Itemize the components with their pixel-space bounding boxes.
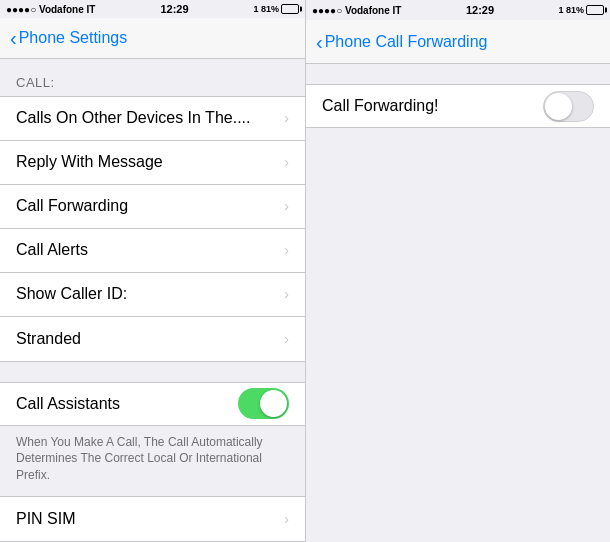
list-item-reply-message[interactable]: Reply With Message › <box>0 141 305 185</box>
chevron-right-icon-5: › <box>284 331 289 347</box>
call-forwarding-toggle-item[interactable]: Call Forwarding! <box>306 84 610 128</box>
right-signal-text: 1 81% <box>558 5 584 15</box>
settings-list: Calls On Other Devices In The.... › Repl… <box>0 96 305 362</box>
left-status-bar: ●●●●○ Vodafone IT 12:29 1 81% <box>0 0 305 18</box>
left-carrier: ●●●●○ Vodafone IT <box>6 4 95 15</box>
signal-text: 1 81% <box>253 4 279 14</box>
list-item-caller-id[interactable]: Show Caller ID: › <box>0 273 305 317</box>
call-section-header: CALL: <box>0 59 305 96</box>
call-assistant-item[interactable]: Call Assistants <box>0 382 305 426</box>
right-status-bar: ●●●●○ Vodafone IT 12:29 1 81% <box>306 0 610 20</box>
calls-other-devices-label: Calls On Other Devices In The.... <box>16 109 250 127</box>
reply-message-label: Reply With Message <box>16 153 163 171</box>
right-right-icons: 1 81% <box>558 5 604 15</box>
call-forwarding-label: Call Forwarding <box>16 197 128 215</box>
pin-sim-label: PIN SIM <box>16 510 76 528</box>
assistant-section: Call Assistants When You Make A Call, Th… <box>0 382 305 496</box>
right-battery-icon <box>586 5 604 15</box>
left-back-button[interactable]: ‹ Phone Settings <box>10 28 127 48</box>
back-chevron-icon: ‹ <box>10 28 17 48</box>
toggle-knob <box>260 390 287 417</box>
list-item-call-alerts[interactable]: Call Alerts › <box>0 229 305 273</box>
chevron-right-icon-pin: › <box>284 511 289 527</box>
caller-id-label: Show Caller ID: <box>16 285 127 303</box>
left-panel: ●●●●○ Vodafone IT 12:29 1 81% ‹ Phone Se… <box>0 0 305 542</box>
pin-sim-section: PIN SIM › <box>0 496 305 542</box>
left-back-label: Phone Settings <box>19 29 128 47</box>
right-content: Call Forwarding! <box>306 64 610 542</box>
list-item-calls-other-devices[interactable]: Calls On Other Devices In The.... › <box>0 97 305 141</box>
call-alerts-label: Call Alerts <box>16 241 88 259</box>
call-forwarding-toggle[interactable] <box>543 91 594 122</box>
chevron-right-icon-3: › <box>284 242 289 258</box>
left-nav-bar: ‹ Phone Settings <box>0 18 305 58</box>
right-back-chevron-icon: ‹ <box>316 32 323 52</box>
right-carrier: ●●●●○ Vodafone IT <box>312 5 401 16</box>
assistant-description: When You Make A Call, The Call Automatic… <box>0 426 305 496</box>
chevron-right-icon-1: › <box>284 154 289 170</box>
call-assistant-toggle[interactable] <box>238 388 289 419</box>
left-right-icons: 1 81% <box>253 4 299 14</box>
right-time: 12:29 <box>466 4 494 16</box>
chevron-right-icon-2: › <box>284 198 289 214</box>
stranded-label: Stranded <box>16 330 81 348</box>
right-nav-bar: ‹ Phone Call Forwarding <box>306 20 610 64</box>
right-panel: ●●●●○ Vodafone IT 12:29 1 81% ‹ Phone Ca… <box>305 0 610 542</box>
toggle-knob-off <box>545 93 572 120</box>
list-item-stranded[interactable]: Stranded › <box>0 317 305 361</box>
call-forwarding-toggle-label: Call Forwarding! <box>322 97 438 115</box>
left-time: 12:29 <box>160 3 188 15</box>
list-item-call-forwarding[interactable]: Call Forwarding › <box>0 185 305 229</box>
call-assistant-label: Call Assistants <box>16 395 120 413</box>
chevron-right-icon-4: › <box>284 286 289 302</box>
right-back-button[interactable]: ‹ Phone Call Forwarding <box>316 32 487 52</box>
right-back-label: Phone Call Forwarding <box>325 33 488 51</box>
battery-icon <box>281 4 299 14</box>
list-item-pin-sim[interactable]: PIN SIM › <box>0 497 305 541</box>
chevron-right-icon-0: › <box>284 110 289 126</box>
